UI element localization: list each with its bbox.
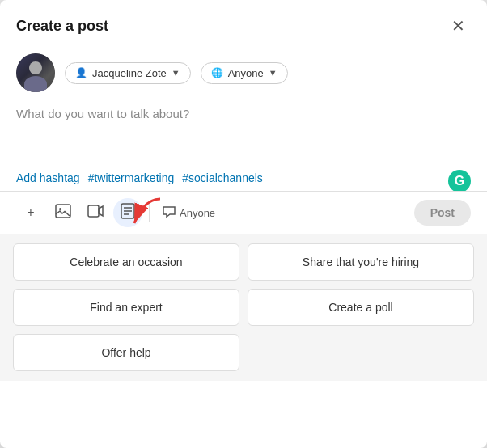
expert-button[interactable]: Find an expert <box>13 289 239 326</box>
chevron-down-icon: ▼ <box>172 68 180 78</box>
add-hashtag-button[interactable]: Add hashtag <box>16 171 80 184</box>
svg-rect-1 <box>56 205 70 218</box>
post-audience-button[interactable]: Anyone <box>156 202 222 224</box>
poll-button[interactable]: Create a poll <box>248 289 474 326</box>
post-button[interactable]: Post <box>414 200 471 226</box>
globe-icon: 🌐 <box>211 67 223 78</box>
toolbar-separator <box>149 203 150 222</box>
post-text-area[interactable]: What do you want to talk about? <box>0 100 487 165</box>
hashtag-row: Add hashtag #twittermarketing #socialcha… <box>0 165 487 191</box>
svg-point-2 <box>59 208 61 210</box>
video-button[interactable] <box>81 198 110 227</box>
modal-title: Create a post <box>16 18 108 35</box>
comment-icon <box>163 206 176 220</box>
post-audience-label: Anyone <box>180 207 215 219</box>
audience-label: Anyone <box>228 67 264 79</box>
hiring-button[interactable]: Share that you're hiring <box>248 243 474 281</box>
grammarly-icon[interactable]: G <box>448 170 471 192</box>
user-row: 👤 Jacqueline Zote ▼ 🌐 Anyone ▼ <box>0 45 487 100</box>
create-post-modal: Create a post ✕ 👤 Jacqueline Zote ▼ 🌐 An… <box>0 0 487 448</box>
svg-rect-3 <box>88 205 99 217</box>
image-icon <box>55 204 71 222</box>
video-icon <box>87 205 104 221</box>
plus-icon: + <box>27 205 34 220</box>
avatar <box>16 53 55 92</box>
person-icon: 👤 <box>75 67 87 78</box>
modal-header: Create a post ✕ <box>0 0 487 45</box>
toolbar: + <box>0 191 487 234</box>
close-button[interactable]: ✕ <box>445 13 471 39</box>
celebrate-button[interactable]: Celebrate an occasion <box>13 243 239 281</box>
action-grid: Celebrate an occasion Share that you're … <box>0 234 487 381</box>
audience-dropdown[interactable]: 🌐 Anyone ▼ <box>201 62 288 84</box>
close-icon: ✕ <box>451 16 465 36</box>
hashtag-1[interactable]: #twittermarketing <box>88 171 175 184</box>
document-button[interactable] <box>113 198 142 227</box>
post-placeholder: What do you want to talk about? <box>16 107 189 120</box>
help-button[interactable]: Offer help <box>13 334 239 371</box>
add-button[interactable]: + <box>16 198 45 227</box>
chevron-down-icon-audience: ▼ <box>269 68 277 78</box>
hashtag-2[interactable]: #socialchannels <box>182 171 263 184</box>
image-button[interactable] <box>49 198 78 227</box>
user-dropdown[interactable]: 👤 Jacqueline Zote ▼ <box>65 62 191 84</box>
user-name: Jacqueline Zote <box>92 67 167 79</box>
document-icon <box>121 203 135 222</box>
